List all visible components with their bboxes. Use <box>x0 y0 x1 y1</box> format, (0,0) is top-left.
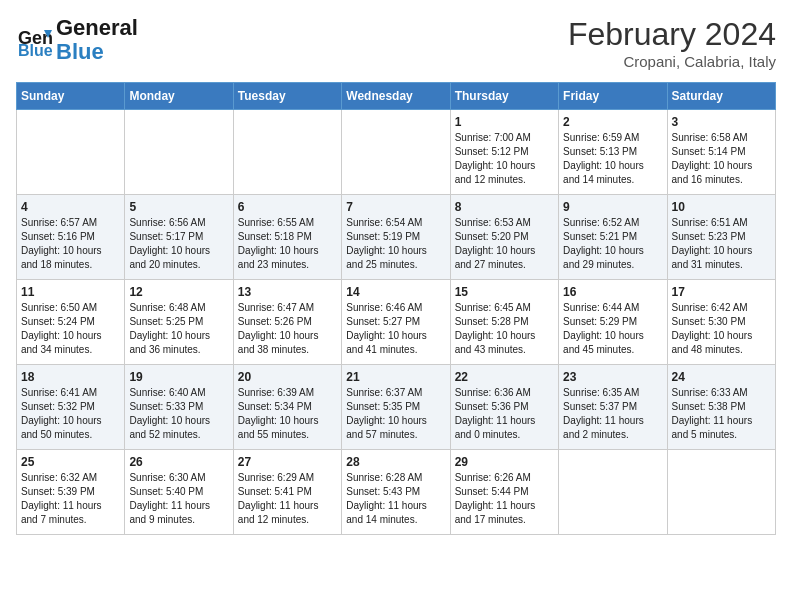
day-number: 9 <box>563 200 662 214</box>
day-info: Sunrise: 6:59 AMSunset: 5:13 PMDaylight:… <box>563 131 662 187</box>
day-info: Sunrise: 6:44 AMSunset: 5:29 PMDaylight:… <box>563 301 662 357</box>
day-number: 22 <box>455 370 554 384</box>
calendar-day-cell: 28Sunrise: 6:28 AMSunset: 5:43 PMDayligh… <box>342 450 450 535</box>
calendar-day-cell: 21Sunrise: 6:37 AMSunset: 5:35 PMDayligh… <box>342 365 450 450</box>
day-number: 8 <box>455 200 554 214</box>
day-info: Sunrise: 6:37 AMSunset: 5:35 PMDaylight:… <box>346 386 445 442</box>
day-info: Sunrise: 6:30 AMSunset: 5:40 PMDaylight:… <box>129 471 228 527</box>
calendar-day-cell: 11Sunrise: 6:50 AMSunset: 5:24 PMDayligh… <box>17 280 125 365</box>
day-number: 17 <box>672 285 771 299</box>
calendar-week-row: 25Sunrise: 6:32 AMSunset: 5:39 PMDayligh… <box>17 450 776 535</box>
day-number: 28 <box>346 455 445 469</box>
title-block: February 2024 Cropani, Calabria, Italy <box>568 16 776 70</box>
day-number: 18 <box>21 370 120 384</box>
day-info: Sunrise: 6:51 AMSunset: 5:23 PMDaylight:… <box>672 216 771 272</box>
day-number: 21 <box>346 370 445 384</box>
day-info: Sunrise: 6:52 AMSunset: 5:21 PMDaylight:… <box>563 216 662 272</box>
column-header-wednesday: Wednesday <box>342 83 450 110</box>
calendar-day-cell: 5Sunrise: 6:56 AMSunset: 5:17 PMDaylight… <box>125 195 233 280</box>
calendar-day-cell: 3Sunrise: 6:58 AMSunset: 5:14 PMDaylight… <box>667 110 775 195</box>
day-number: 26 <box>129 455 228 469</box>
calendar-day-cell <box>342 110 450 195</box>
column-header-sunday: Sunday <box>17 83 125 110</box>
day-info: Sunrise: 6:55 AMSunset: 5:18 PMDaylight:… <box>238 216 337 272</box>
calendar-day-cell: 9Sunrise: 6:52 AMSunset: 5:21 PMDaylight… <box>559 195 667 280</box>
column-header-monday: Monday <box>125 83 233 110</box>
day-info: Sunrise: 6:47 AMSunset: 5:26 PMDaylight:… <box>238 301 337 357</box>
day-number: 6 <box>238 200 337 214</box>
calendar-day-cell <box>667 450 775 535</box>
calendar-day-cell: 17Sunrise: 6:42 AMSunset: 5:30 PMDayligh… <box>667 280 775 365</box>
day-info: Sunrise: 6:36 AMSunset: 5:36 PMDaylight:… <box>455 386 554 442</box>
calendar-header-row: SundayMondayTuesdayWednesdayThursdayFrid… <box>17 83 776 110</box>
column-header-friday: Friday <box>559 83 667 110</box>
calendar-day-cell: 19Sunrise: 6:40 AMSunset: 5:33 PMDayligh… <box>125 365 233 450</box>
day-info: Sunrise: 6:45 AMSunset: 5:28 PMDaylight:… <box>455 301 554 357</box>
day-number: 27 <box>238 455 337 469</box>
day-number: 15 <box>455 285 554 299</box>
day-number: 24 <box>672 370 771 384</box>
day-info: Sunrise: 6:40 AMSunset: 5:33 PMDaylight:… <box>129 386 228 442</box>
logo-general: General <box>56 15 138 40</box>
day-info: Sunrise: 7:00 AMSunset: 5:12 PMDaylight:… <box>455 131 554 187</box>
calendar-day-cell: 13Sunrise: 6:47 AMSunset: 5:26 PMDayligh… <box>233 280 341 365</box>
calendar-day-cell <box>125 110 233 195</box>
column-header-tuesday: Tuesday <box>233 83 341 110</box>
calendar-day-cell: 26Sunrise: 6:30 AMSunset: 5:40 PMDayligh… <box>125 450 233 535</box>
calendar-day-cell: 23Sunrise: 6:35 AMSunset: 5:37 PMDayligh… <box>559 365 667 450</box>
day-number: 11 <box>21 285 120 299</box>
day-info: Sunrise: 6:56 AMSunset: 5:17 PMDaylight:… <box>129 216 228 272</box>
calendar-day-cell: 1Sunrise: 7:00 AMSunset: 5:12 PMDaylight… <box>450 110 558 195</box>
calendar-day-cell: 12Sunrise: 6:48 AMSunset: 5:25 PMDayligh… <box>125 280 233 365</box>
calendar-day-cell: 8Sunrise: 6:53 AMSunset: 5:20 PMDaylight… <box>450 195 558 280</box>
calendar-week-row: 11Sunrise: 6:50 AMSunset: 5:24 PMDayligh… <box>17 280 776 365</box>
day-info: Sunrise: 6:28 AMSunset: 5:43 PMDaylight:… <box>346 471 445 527</box>
calendar-day-cell: 6Sunrise: 6:55 AMSunset: 5:18 PMDaylight… <box>233 195 341 280</box>
day-number: 25 <box>21 455 120 469</box>
day-number: 14 <box>346 285 445 299</box>
day-number: 2 <box>563 115 662 129</box>
day-number: 7 <box>346 200 445 214</box>
calendar-day-cell: 10Sunrise: 6:51 AMSunset: 5:23 PMDayligh… <box>667 195 775 280</box>
day-number: 5 <box>129 200 228 214</box>
column-header-saturday: Saturday <box>667 83 775 110</box>
calendar-day-cell: 16Sunrise: 6:44 AMSunset: 5:29 PMDayligh… <box>559 280 667 365</box>
calendar-day-cell: 22Sunrise: 6:36 AMSunset: 5:36 PMDayligh… <box>450 365 558 450</box>
day-number: 10 <box>672 200 771 214</box>
calendar-day-cell <box>17 110 125 195</box>
calendar-day-cell: 2Sunrise: 6:59 AMSunset: 5:13 PMDaylight… <box>559 110 667 195</box>
day-info: Sunrise: 6:35 AMSunset: 5:37 PMDaylight:… <box>563 386 662 442</box>
day-info: Sunrise: 6:46 AMSunset: 5:27 PMDaylight:… <box>346 301 445 357</box>
day-number: 4 <box>21 200 120 214</box>
day-info: Sunrise: 6:33 AMSunset: 5:38 PMDaylight:… <box>672 386 771 442</box>
calendar-day-cell: 24Sunrise: 6:33 AMSunset: 5:38 PMDayligh… <box>667 365 775 450</box>
day-info: Sunrise: 6:50 AMSunset: 5:24 PMDaylight:… <box>21 301 120 357</box>
day-info: Sunrise: 6:29 AMSunset: 5:41 PMDaylight:… <box>238 471 337 527</box>
calendar-day-cell: 14Sunrise: 6:46 AMSunset: 5:27 PMDayligh… <box>342 280 450 365</box>
calendar-day-cell: 4Sunrise: 6:57 AMSunset: 5:16 PMDaylight… <box>17 195 125 280</box>
day-number: 13 <box>238 285 337 299</box>
calendar-day-cell: 15Sunrise: 6:45 AMSunset: 5:28 PMDayligh… <box>450 280 558 365</box>
day-number: 16 <box>563 285 662 299</box>
calendar-week-row: 1Sunrise: 7:00 AMSunset: 5:12 PMDaylight… <box>17 110 776 195</box>
calendar-day-cell: 7Sunrise: 6:54 AMSunset: 5:19 PMDaylight… <box>342 195 450 280</box>
calendar-table: SundayMondayTuesdayWednesdayThursdayFrid… <box>16 82 776 535</box>
day-number: 29 <box>455 455 554 469</box>
column-header-thursday: Thursday <box>450 83 558 110</box>
day-info: Sunrise: 6:39 AMSunset: 5:34 PMDaylight:… <box>238 386 337 442</box>
logo-blue: Blue <box>56 39 104 64</box>
day-info: Sunrise: 6:53 AMSunset: 5:20 PMDaylight:… <box>455 216 554 272</box>
day-info: Sunrise: 6:58 AMSunset: 5:14 PMDaylight:… <box>672 131 771 187</box>
day-info: Sunrise: 6:26 AMSunset: 5:44 PMDaylight:… <box>455 471 554 527</box>
day-info: Sunrise: 6:57 AMSunset: 5:16 PMDaylight:… <box>21 216 120 272</box>
month-title: February 2024 <box>568 16 776 53</box>
logo-icon: Gen Blue <box>16 22 52 58</box>
calendar-week-row: 18Sunrise: 6:41 AMSunset: 5:32 PMDayligh… <box>17 365 776 450</box>
day-number: 1 <box>455 115 554 129</box>
day-info: Sunrise: 6:41 AMSunset: 5:32 PMDaylight:… <box>21 386 120 442</box>
day-number: 3 <box>672 115 771 129</box>
day-info: Sunrise: 6:32 AMSunset: 5:39 PMDaylight:… <box>21 471 120 527</box>
day-number: 23 <box>563 370 662 384</box>
location-subtitle: Cropani, Calabria, Italy <box>568 53 776 70</box>
svg-text:Blue: Blue <box>18 42 52 58</box>
